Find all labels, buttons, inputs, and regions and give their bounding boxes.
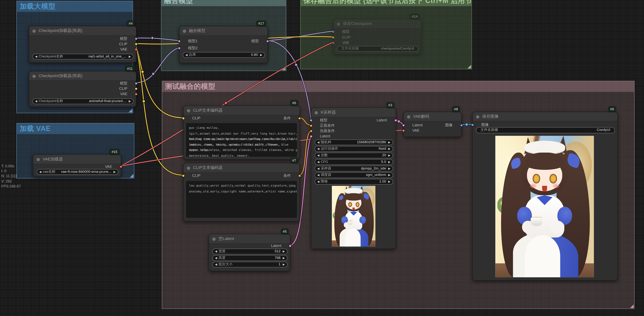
- reroute-dot[interactable]: [295, 63, 298, 66]
- output-port-clip[interactable]: [135, 42, 138, 45]
- increment-arrow-icon[interactable]: ▶: [128, 99, 132, 103]
- output-port-clip[interactable]: [135, 87, 138, 90]
- decrement-arrow-icon[interactable]: ◀: [316, 140, 321, 145]
- decrement-arrow-icon[interactable]: ◀: [316, 147, 321, 151]
- collapse-dot-icon[interactable]: [407, 115, 410, 118]
- input-port-model2[interactable]: [178, 47, 181, 50]
- node-header[interactable]: 空Latent: [209, 234, 290, 244]
- reroute-dot[interactable]: [224, 102, 227, 104]
- node-header[interactable]: 保存Checkpoint: [334, 19, 421, 29]
- increment-arrow-icon[interactable]: ▶: [387, 173, 392, 177]
- height-widget[interactable]: ◀ 高度 768 ▶: [212, 255, 288, 261]
- input-port-model1[interactable]: [178, 40, 181, 43]
- increment-arrow-icon[interactable]: ▶: [281, 256, 286, 260]
- positive-prompt-textarea[interactable]: guo jiang mullay, 1girl,animal ears,anim…: [186, 123, 297, 157]
- decrement-arrow-icon[interactable]: ◀: [214, 249, 218, 254]
- input-port-clip[interactable]: [182, 117, 185, 120]
- decrement-arrow-icon[interactable]: ◀: [316, 166, 321, 171]
- node-header[interactable]: VAE解码: [404, 112, 461, 121]
- negative-prompt-textarea[interactable]: low quality,worst quality,normal quality…: [186, 181, 297, 218]
- output-port-vae[interactable]: [120, 165, 122, 168]
- increment-arrow-icon[interactable]: ▶: [387, 153, 392, 158]
- increment-arrow-icon[interactable]: ▶: [281, 249, 286, 254]
- output-port-model[interactable]: [135, 37, 138, 40]
- decrement-arrow-icon[interactable]: ◀: [316, 159, 321, 164]
- scheduler-widget[interactable]: ◀调度器sgm_uniform▶: [314, 172, 393, 178]
- denoise-widget[interactable]: ◀降噪1.00▶: [314, 179, 393, 184]
- increment-arrow-icon[interactable]: ▶: [281, 262, 286, 267]
- increment-arrow-icon[interactable]: ▶: [387, 140, 392, 145]
- filename-prefix-widget[interactable]: 文件名前缀 checkpoints/ComfyUI: [337, 46, 418, 52]
- reroute-dot[interactable]: [141, 70, 144, 73]
- collapse-dot-icon[interactable]: [337, 22, 340, 26]
- collapse-dot-icon[interactable]: [314, 111, 318, 114]
- vae-name-widget[interactable]: ◀ vae名称 vae-ft-mse-840000-ema-prune... ▶: [36, 169, 118, 175]
- node-header[interactable]: Checkpoint加载器(简易): [29, 26, 136, 36]
- node-vae-loader-15[interactable]: #15 VAE加载器 VAE ◀ vae名称 vae-ft-mse-840000…: [33, 154, 121, 177]
- output-port-conditioning[interactable]: [298, 174, 301, 177]
- cfg-widget[interactable]: ◀CFG5.0▶: [314, 159, 393, 165]
- node-header[interactable]: 保存图像: [473, 112, 617, 121]
- output-port-conditioning[interactable]: [298, 117, 301, 120]
- node-header[interactable]: Checkpoint加载器(简易): [29, 71, 136, 81]
- input-port-clip[interactable]: [332, 36, 335, 39]
- node-header[interactable]: CLIP文本编码器: [184, 106, 300, 115]
- collapse-dot-icon[interactable]: [183, 29, 186, 33]
- increment-arrow-icon[interactable]: ▶: [387, 179, 392, 184]
- node-merge-model-17[interactable]: #17 融合模型 模型1 模型2 模型 ◀ 比率 0.80 ▶: [179, 26, 268, 63]
- input-port-latent[interactable]: [402, 124, 405, 127]
- output-port-latent[interactable]: [289, 244, 292, 247]
- node-empty-latent-5[interactable]: #5 空Latent Latent ◀ 宽度 512 ▶ ◀ 高度 768 ▶ …: [209, 234, 290, 271]
- decrement-arrow-icon[interactable]: ◀: [214, 262, 218, 267]
- reroute-dot[interactable]: [151, 36, 154, 39]
- node-clip-text-encode-negative-7[interactable]: #7 CLIP文本编码器 CLIP 条件 low quality,worst q…: [183, 163, 300, 221]
- reroute-dot[interactable]: [142, 100, 145, 103]
- collapse-dot-icon[interactable]: [187, 109, 190, 112]
- node-clip-text-encode-positive-6[interactable]: #6 CLIP文本编码器 CLIP 条件 guo jiang mullay, 1…: [183, 105, 300, 159]
- decrement-arrow-icon[interactable]: ◀: [316, 173, 321, 177]
- node-save-checkpoint-14[interactable]: #14 保存Checkpoint 模型 CLIP VAE 文件名前缀 check…: [333, 19, 421, 54]
- node-save-image-9[interactable]: #9 保存图像 图像 文件名前缀 ComfyUI: [472, 112, 618, 281]
- node-header[interactable]: VAE加载器: [33, 155, 121, 164]
- output-port-model[interactable]: [135, 82, 138, 85]
- collapse-dot-icon[interactable]: [32, 29, 36, 33]
- decrement-arrow-icon[interactable]: ◀: [316, 153, 321, 158]
- collapse-dot-icon[interactable]: [32, 74, 36, 78]
- input-port-image[interactable]: [471, 123, 474, 126]
- sampler-widget[interactable]: ◀采样器dpmpp_2m_sde▶: [314, 166, 393, 171]
- input-port-model[interactable]: [332, 30, 335, 33]
- collapse-dot-icon[interactable]: [476, 115, 479, 118]
- width-widget[interactable]: ◀ 宽度 512 ▶: [212, 249, 288, 254]
- output-port-vae[interactable]: [135, 93, 138, 96]
- decrement-arrow-icon[interactable]: ◀: [34, 99, 38, 103]
- node-checkpoint-loader-11[interactable]: #11 Checkpoint加载器(简易) 模型 CLIP VAE ◀ Chec…: [29, 71, 136, 107]
- input-port-vae[interactable]: [332, 41, 335, 44]
- input-port-model[interactable]: [310, 119, 312, 122]
- node-vae-decode-8[interactable]: #8 VAE解码 Latent VAE 图像: [403, 112, 462, 137]
- ratio-widget[interactable]: ◀ 比率 0.80 ▶: [183, 52, 265, 58]
- node-checkpoint-loader-4[interactable]: #4 Checkpoint加载器(简易) 模型 CLIP VAE ◀ Check…: [29, 26, 136, 63]
- decrement-arrow-icon[interactable]: ◀: [316, 179, 321, 184]
- control-after-generate-widget[interactable]: ◀运行后操作fixed▶: [314, 146, 393, 152]
- increment-arrow-icon[interactable]: ▶: [387, 166, 392, 171]
- checkpoint-name-widget[interactable]: ◀ Checkpoint名称 nai1-artist_all_in_one_..…: [32, 54, 134, 59]
- collapse-dot-icon[interactable]: [36, 158, 40, 161]
- output-port-vae[interactable]: [135, 48, 138, 51]
- increment-arrow-icon[interactable]: ▶: [112, 169, 117, 174]
- seed-widget[interactable]: ◀随机种156680208700286▶: [314, 140, 393, 145]
- batch-size-widget[interactable]: ◀ 批次大小 1 ▶: [212, 262, 288, 267]
- reroute-dot[interactable]: [398, 120, 400, 123]
- comfyui-canvas[interactable]: 加载大模型 融合模型 保存融合后的模型 (选中该节点后按下 Ctrl+M 启用节…: [0, 0, 644, 316]
- checkpoint-name-widget[interactable]: ◀ Checkpoint名称 animefull-final-pruned...…: [32, 98, 134, 104]
- node-header[interactable]: CLIP文本编码器: [184, 163, 300, 172]
- input-port-negative[interactable]: [310, 130, 312, 132]
- decrement-arrow-icon[interactable]: ◀: [214, 256, 218, 260]
- output-port-model[interactable]: [266, 40, 269, 43]
- input-port-clip[interactable]: [182, 174, 185, 177]
- node-header[interactable]: 融合模型: [180, 26, 267, 36]
- decrement-arrow-icon[interactable]: ◀: [38, 169, 43, 174]
- reroute-dot[interactable]: [152, 73, 154, 75]
- input-port-latent[interactable]: [310, 135, 312, 138]
- collapse-dot-icon[interactable]: [212, 237, 216, 241]
- filename-prefix-widget[interactable]: 文件名前缀 ComfyUI: [476, 127, 615, 134]
